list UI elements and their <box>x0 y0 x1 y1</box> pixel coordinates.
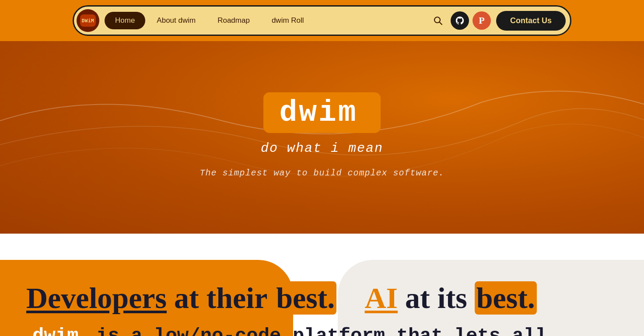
hero-section: dwim do what i mean The simplest way to … <box>0 41 644 234</box>
hero-content: dwim do what i mean The simplest way to … <box>200 92 444 178</box>
headline-best2: best. <box>475 281 537 315</box>
gap-section <box>0 234 644 260</box>
producthunt-icon: P <box>479 15 484 26</box>
headline-ai: AI <box>365 281 398 315</box>
logo-text: DWiM <box>80 14 96 27</box>
svg-line-1 <box>439 22 442 25</box>
hero-subtitle: do what i mean <box>261 141 383 156</box>
search-button[interactable] <box>429 11 447 30</box>
producthunt-button[interactable]: P <box>472 11 491 30</box>
nav-pill: DWiM Home About dwim Roadmap dwim Roll P <box>73 5 571 36</box>
hero-tagline: The simplest way to build complex softwa… <box>200 168 444 178</box>
main-headline: Developers at their best. AI at its best… <box>26 282 618 315</box>
headline-spacer <box>344 281 359 315</box>
hero-title: dwim <box>279 96 357 130</box>
bottom-content: Developers at their best. AI at its best… <box>0 260 644 336</box>
hero-title-wrap: dwim <box>263 92 380 133</box>
nav-roadmap[interactable]: Roadmap <box>207 12 260 29</box>
dwim-badge: dwim <box>26 324 85 336</box>
nav-home[interactable]: Home <box>105 12 145 29</box>
headline-best1: best. <box>274 281 336 315</box>
headline-developers: Developers <box>26 281 167 315</box>
sub-text: is a low/no-code platform that lets all <box>96 325 547 336</box>
contact-button[interactable]: Contact Us <box>496 11 566 31</box>
nav-icons: P <box>429 11 491 30</box>
search-icon <box>433 16 443 25</box>
github-button[interactable] <box>451 11 469 30</box>
navbar: DWiM Home About dwim Roadmap dwim Roll P <box>0 0 644 41</box>
sub-headline: dwim is a low/no-code platform that lets… <box>26 325 618 336</box>
headline-at-its: at its <box>405 281 475 315</box>
bottom-section: Developers at their best. AI at its best… <box>0 260 644 336</box>
logo[interactable]: DWiM <box>77 9 99 32</box>
headline-at-their: at their <box>174 281 274 315</box>
nav-roll[interactable]: dwim Roll <box>261 12 315 29</box>
nav-about[interactable]: About dwim <box>146 12 206 29</box>
nav-links: Home About dwim Roadmap dwim Roll <box>105 12 424 29</box>
github-icon <box>455 16 465 25</box>
